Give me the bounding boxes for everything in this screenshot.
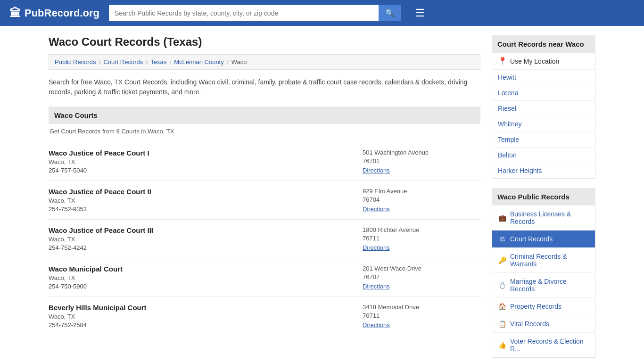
nearby-city-item[interactable]: Temple bbox=[492, 132, 595, 148]
record-link[interactable]: Property Records bbox=[510, 303, 589, 310]
court-right-1: 929 Elm Avenue 76704 Directions bbox=[363, 188, 480, 213]
content-area: Waco Court Records (Texas) Public Record… bbox=[49, 35, 480, 362]
court-left-0: Waco Justice of Peace Court I Waco, TX 2… bbox=[49, 149, 353, 174]
court-phone: 254-750-5900 bbox=[49, 283, 353, 290]
nearby-city-link[interactable]: Lorena bbox=[498, 89, 519, 97]
directions-link[interactable]: Directions bbox=[363, 167, 390, 174]
page-description: Search for free Waco, TX Court Records, … bbox=[49, 77, 480, 97]
court-entry: Waco Municipal Court Waco, TX 254-750-59… bbox=[49, 258, 480, 297]
court-phone: 254-752-2584 bbox=[49, 321, 353, 329]
hamburger-menu[interactable]: ☰ bbox=[415, 7, 425, 19]
nearby-city-item[interactable]: Whitney bbox=[492, 116, 595, 132]
court-phone: 254-757-5040 bbox=[49, 167, 353, 174]
directions-link[interactable]: Directions bbox=[363, 206, 390, 213]
directions-link[interactable]: Directions bbox=[363, 283, 390, 290]
court-name: Waco Justice of Peace Court I bbox=[49, 149, 353, 157]
court-right-2: 1800 Richter Avenue 76711 Directions bbox=[363, 226, 480, 251]
site-header: 🏛 PubRecord.org 🔍 ☰ bbox=[0, 0, 644, 26]
record-link[interactable]: Business Licenses & Records bbox=[510, 210, 589, 225]
nearby-city-link[interactable]: Whitney bbox=[498, 120, 522, 128]
use-location-label: Use My Location bbox=[510, 58, 559, 65]
court-zip: 76711 bbox=[363, 312, 480, 319]
courts-section-header: Waco Courts bbox=[49, 107, 480, 124]
public-record-item[interactable]: 📋 Vital Records bbox=[492, 315, 595, 333]
public-record-item[interactable]: 👍 Voter Records & Election R... bbox=[492, 333, 595, 357]
record-icon: 💼 bbox=[498, 214, 506, 222]
court-name: Waco Justice of Peace Court II bbox=[49, 188, 353, 196]
nearby-city-link[interactable]: Belton bbox=[498, 151, 517, 159]
nearby-city-item[interactable]: Riesel bbox=[492, 101, 595, 116]
breadcrumb-public-records[interactable]: Public Records bbox=[55, 58, 96, 66]
record-link[interactable]: Criminal Records & Warrants bbox=[510, 253, 589, 268]
public-record-item[interactable]: 🏠 Property Records bbox=[492, 298, 595, 315]
court-city: Waco, TX bbox=[49, 197, 353, 204]
breadcrumb-texas[interactable]: Texas bbox=[150, 58, 166, 66]
court-name: Waco Municipal Court bbox=[49, 265, 353, 273]
courts-section-subtext: Get Court Records from 9 Courts in Waco,… bbox=[49, 128, 480, 135]
court-name: Waco Justice of Peace Court III bbox=[49, 226, 353, 234]
record-link[interactable]: Marriage & Divorce Records bbox=[510, 278, 589, 293]
breadcrumb-sep-4: › bbox=[227, 59, 229, 66]
record-icon: 🔑 bbox=[498, 256, 506, 264]
directions-link[interactable]: Directions bbox=[363, 244, 390, 251]
nearby-city-item[interactable]: Lorena bbox=[492, 85, 595, 101]
court-entry: Waco Justice of Peace Court II Waco, TX … bbox=[49, 181, 480, 220]
breadcrumb-county[interactable]: McLennan County bbox=[174, 58, 224, 66]
record-icon: ⚖ bbox=[498, 235, 506, 243]
record-link[interactable]: Vital Records bbox=[510, 320, 589, 328]
directions-link[interactable]: Directions bbox=[363, 321, 390, 329]
record-icon: 📋 bbox=[498, 320, 506, 328]
nearby-city-item[interactable]: Hewitt bbox=[492, 70, 595, 85]
court-right-0: 501 Washington Avenue 76701 Directions bbox=[363, 149, 480, 174]
use-location-item[interactable]: 📍 Use My Location bbox=[492, 53, 595, 70]
nearby-city-item[interactable]: Belton bbox=[492, 148, 595, 163]
search-button[interactable]: 🔍 bbox=[379, 5, 401, 21]
nearby-city-link[interactable]: Harker Heights bbox=[498, 167, 542, 174]
nearby-city-item[interactable]: Harker Heights bbox=[492, 163, 595, 178]
court-phone: 254-752-9353 bbox=[49, 206, 353, 213]
record-icon: 💍 bbox=[498, 281, 506, 289]
court-address: 929 Elm Avenue bbox=[363, 188, 480, 195]
court-city: Waco, TX bbox=[49, 236, 353, 243]
breadcrumb-court-records[interactable]: Court Records bbox=[103, 58, 143, 66]
nearby-city-link[interactable]: Hewitt bbox=[498, 74, 516, 81]
court-city: Waco, TX bbox=[49, 158, 353, 165]
nearby-box: Court Records near Waco 📍 Use My Locatio… bbox=[492, 35, 595, 179]
public-record-item[interactable]: 💼 Business Licenses & Records bbox=[492, 206, 595, 230]
court-entry: Beverly Hills Municipal Court Waco, TX 2… bbox=[49, 297, 480, 335]
court-left-3: Waco Municipal Court Waco, TX 254-750-59… bbox=[49, 265, 353, 290]
search-bar: 🔍 bbox=[109, 5, 401, 21]
record-link[interactable]: Voter Records & Election R... bbox=[510, 337, 589, 353]
court-city: Waco, TX bbox=[49, 313, 353, 320]
record-icon: 👍 bbox=[498, 341, 506, 349]
main-wrapper: Waco Court Records (Texas) Public Record… bbox=[39, 26, 605, 362]
record-link[interactable]: Court Records bbox=[510, 235, 589, 243]
nearby-city-link[interactable]: Riesel bbox=[498, 105, 516, 112]
breadcrumb-city: Waco bbox=[231, 58, 247, 66]
court-zip: 76701 bbox=[363, 157, 480, 165]
site-logo[interactable]: 🏛 PubRecord.org bbox=[9, 7, 99, 20]
public-record-item[interactable]: 🔑 Criminal Records & Warrants bbox=[492, 248, 595, 273]
court-address: 3418 Memorial Drive bbox=[363, 304, 480, 311]
search-input[interactable] bbox=[109, 5, 379, 21]
court-address: 1800 Richter Avenue bbox=[363, 226, 480, 233]
court-name: Beverly Hills Municipal Court bbox=[49, 304, 353, 312]
court-entry: Waco Justice of Peace Court I Waco, TX 2… bbox=[49, 142, 480, 181]
nearby-city-link[interactable]: Temple bbox=[498, 136, 519, 143]
court-address: 201 West Waco Drive bbox=[363, 265, 480, 272]
breadcrumb-sep-2: › bbox=[146, 59, 148, 66]
page-title: Waco Court Records (Texas) bbox=[49, 35, 480, 49]
public-records-title: Waco Public Records bbox=[492, 188, 595, 206]
court-right-4: 3418 Memorial Drive 76711 Directions bbox=[363, 304, 480, 329]
court-right-3: 201 West Waco Drive 76707 Directions bbox=[363, 265, 480, 290]
breadcrumb-sep-3: › bbox=[169, 59, 171, 66]
court-left-4: Beverly Hills Municipal Court Waco, TX 2… bbox=[49, 304, 353, 329]
sidebar: Court Records near Waco 📍 Use My Locatio… bbox=[492, 35, 595, 362]
breadcrumb-sep-1: › bbox=[99, 59, 100, 66]
public-record-item[interactable]: ⚖ Court Records bbox=[492, 230, 595, 248]
court-zip: 76704 bbox=[363, 196, 480, 203]
court-address: 501 Washington Avenue bbox=[363, 149, 480, 156]
court-zip: 76707 bbox=[363, 273, 480, 280]
public-record-item[interactable]: 💍 Marriage & Divorce Records bbox=[492, 273, 595, 298]
nearby-list: 📍 Use My Location HewittLorenaRieselWhit… bbox=[492, 53, 595, 179]
